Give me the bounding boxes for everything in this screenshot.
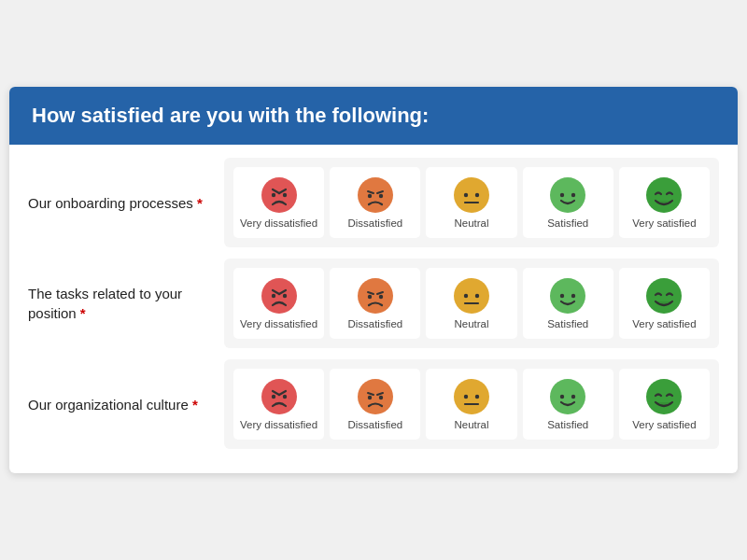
svg-point-47 (464, 395, 468, 399)
required-star-q1: * (193, 195, 203, 211)
svg-point-51 (560, 395, 564, 399)
emoji-satisfied (549, 176, 586, 217)
question-row-q2: The tasks related to your position * Ver… (28, 259, 719, 348)
svg-point-4 (282, 193, 286, 197)
question-row-q1: Our onboarding processes * Very dissatis… (28, 158, 719, 247)
option-label-satisfied: Satisfied (547, 419, 588, 430)
svg-point-53 (646, 379, 682, 414)
svg-point-15 (560, 193, 564, 197)
survey-header: How satisfied are you with the following… (9, 87, 738, 145)
option-q3-neutral[interactable]: Neutral (426, 369, 516, 440)
option-q1-very_dissatisfied[interactable]: Very dissatisfied (233, 167, 324, 238)
question-label-q3: Our organizational culture * (28, 395, 224, 414)
svg-point-9 (379, 194, 383, 198)
svg-point-48 (475, 395, 479, 399)
svg-point-26 (368, 295, 372, 299)
option-q2-very_satisfied[interactable]: Very satisfied (619, 268, 710, 339)
option-q2-neutral[interactable]: Neutral (426, 268, 516, 339)
option-label-neutral: Neutral (454, 217, 488, 229)
emoji-satisfied (549, 277, 586, 318)
option-q2-satisfied[interactable]: Satisfied (523, 268, 613, 339)
options-group-q1: Very dissatisfied Dissatisfied Neutral (224, 158, 719, 247)
svg-point-36 (261, 379, 297, 414)
option-q3-satisfied[interactable]: Satisfied (523, 369, 613, 440)
svg-point-3 (271, 193, 275, 197)
emoji-dissatisfied (357, 378, 394, 419)
option-q3-very_satisfied[interactable]: Very satisfied (619, 369, 710, 440)
emoji-very_dissatisfied (261, 176, 298, 217)
svg-point-12 (475, 193, 479, 197)
svg-point-27 (379, 295, 383, 299)
svg-point-39 (271, 395, 275, 399)
emoji-dissatisfied (357, 176, 394, 217)
svg-point-29 (464, 294, 468, 298)
svg-point-52 (571, 395, 575, 399)
option-label-very_satisfied: Very satisfied (632, 318, 696, 329)
option-label-very_dissatisfied: Very dissatisfied (240, 217, 317, 229)
svg-point-5 (358, 177, 393, 213)
emoji-neutral (453, 277, 490, 318)
options-group-q3: Very dissatisfied Dissatisfied Neutral (224, 359, 719, 449)
question-text-q1: Our onboarding processes (28, 195, 193, 211)
option-q2-very_dissatisfied[interactable]: Very dissatisfied (233, 268, 324, 339)
emoji-very_dissatisfied (261, 277, 298, 318)
option-label-very_satisfied: Very satisfied (632, 217, 696, 229)
option-q1-very_satisfied[interactable]: Very satisfied (619, 167, 710, 238)
svg-point-22 (282, 294, 286, 298)
svg-point-34 (571, 294, 575, 298)
survey-card: How satisfied are you with the following… (9, 87, 738, 473)
emoji-very_satisfied (645, 176, 683, 217)
required-star-q3: * (189, 397, 198, 413)
svg-point-33 (560, 294, 564, 298)
required-star-q2: * (77, 305, 86, 321)
svg-point-11 (464, 193, 468, 197)
svg-point-41 (358, 379, 393, 414)
option-q3-very_dissatisfied[interactable]: Very dissatisfied (233, 369, 324, 440)
survey-body: Our onboarding processes * Very dissatis… (9, 145, 738, 473)
option-label-dissatisfied: Dissatisfied (347, 419, 402, 430)
emoji-neutral (453, 176, 490, 217)
option-label-neutral: Neutral (454, 419, 488, 430)
svg-point-28 (454, 278, 489, 314)
question-row-q3: Our organizational culture * Very dissat… (28, 359, 719, 449)
emoji-neutral (453, 378, 490, 419)
svg-point-40 (282, 395, 286, 399)
option-label-dissatisfied: Dissatisfied (347, 217, 402, 229)
option-q1-dissatisfied[interactable]: Dissatisfied (330, 167, 420, 238)
svg-point-21 (271, 294, 275, 298)
option-label-neutral: Neutral (454, 318, 488, 329)
svg-point-0 (261, 177, 297, 213)
emoji-very_satisfied (645, 277, 683, 318)
option-label-satisfied: Satisfied (547, 318, 588, 329)
option-label-dissatisfied: Dissatisfied (347, 318, 402, 329)
svg-point-45 (379, 396, 383, 399)
svg-point-17 (646, 177, 682, 213)
emoji-very_dissatisfied (261, 378, 298, 419)
svg-point-46 (454, 379, 489, 414)
svg-point-16 (571, 193, 575, 197)
svg-point-30 (475, 294, 479, 298)
svg-point-44 (368, 396, 372, 399)
svg-point-14 (550, 177, 585, 213)
option-label-very_satisfied: Very satisfied (632, 419, 696, 430)
svg-point-50 (550, 379, 585, 414)
options-group-q2: Very dissatisfied Dissatisfied Neutral (224, 259, 719, 348)
option-q1-satisfied[interactable]: Satisfied (523, 167, 613, 238)
option-label-very_dissatisfied: Very dissatisfied (240, 419, 317, 430)
emoji-satisfied (549, 378, 586, 419)
option-q1-neutral[interactable]: Neutral (426, 167, 516, 238)
svg-point-18 (261, 278, 297, 314)
option-label-satisfied: Satisfied (547, 217, 588, 229)
option-q3-dissatisfied[interactable]: Dissatisfied (330, 369, 420, 440)
svg-point-23 (358, 278, 393, 314)
question-label-q1: Our onboarding processes * (28, 193, 224, 213)
option-q2-dissatisfied[interactable]: Dissatisfied (330, 268, 420, 339)
svg-point-35 (646, 278, 682, 314)
question-label-q2: The tasks related to your position * (28, 284, 224, 323)
svg-point-32 (550, 278, 585, 314)
emoji-very_satisfied (645, 378, 683, 419)
option-label-very_dissatisfied: Very dissatisfied (240, 318, 317, 329)
emoji-dissatisfied (357, 277, 394, 318)
svg-point-8 (368, 194, 372, 198)
question-text-q3: Our organizational culture (28, 397, 189, 413)
